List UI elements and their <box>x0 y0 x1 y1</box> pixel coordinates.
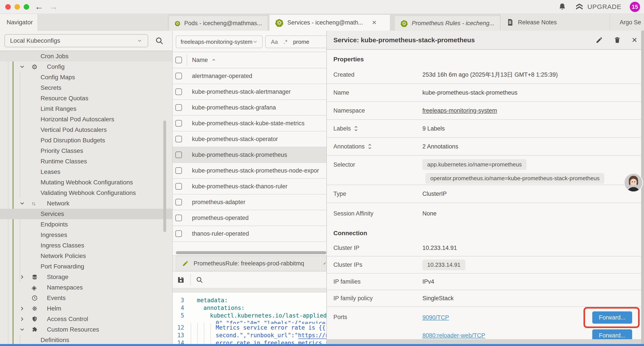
sidebar-item-runtime-classes[interactable]: Runtime Classes <box>0 156 172 167</box>
name-column-header[interactable]: Name <box>192 57 216 63</box>
close-icon[interactable]: ✕ <box>632 36 638 44</box>
save-icon[interactable] <box>177 276 185 284</box>
row-checkbox[interactable] <box>175 120 182 127</box>
sidebar-item-priority-classes[interactable]: Priority Classes <box>0 146 172 156</box>
notification-count-badge[interactable]: 15 <box>630 2 640 12</box>
row-checkbox[interactable] <box>175 73 182 79</box>
sidebar-item-network-policies[interactable]: Network Policies <box>0 251 172 261</box>
yaml-editor[interactable]: 3metadata: 4annotations: 5kubectl.kubern… <box>173 293 326 344</box>
dock-tab-partial[interactable] <box>321 256 326 271</box>
chevron-right-icon[interactable] <box>19 306 32 311</box>
row-checkbox[interactable] <box>175 215 182 221</box>
tab-prometheus-rules[interactable]: Prometheus Rules - icecheng... <box>394 16 500 31</box>
sidebar-item-events[interactable]: Events <box>0 293 172 303</box>
chevron-right-icon[interactable] <box>19 274 32 280</box>
dock-tab-prometheusrule[interactable]: PrometheusRule: freeleaps-prod-rabbitmq <box>176 256 319 271</box>
sidebar-item-helm[interactable]: Helm <box>0 303 172 314</box>
table-row[interactable]: kube-prometheus-stack-alertmanager <box>173 84 326 100</box>
table-row[interactable]: kube-prometheus-stack-operator <box>173 131 326 147</box>
table-row[interactable]: prometheus-adapter <box>173 194 326 210</box>
close-window-button[interactable] <box>5 4 11 10</box>
match-case-toggle[interactable]: Aa <box>271 38 278 45</box>
sidebar-item-port-forwarding[interactable]: Port Forwarding <box>0 261 172 272</box>
row-checkbox[interactable] <box>175 104 182 111</box>
back-button[interactable]: ← <box>35 2 44 11</box>
sidebar-item-limit-ranges[interactable]: Limit Ranges <box>0 104 172 114</box>
delete-icon[interactable] <box>614 36 621 44</box>
sidebar-scrollbar[interactable] <box>163 120 166 232</box>
sidebar-item-custom-resources[interactable]: Custom Resources <box>0 324 172 335</box>
sidebar-item-definitions[interactable]: Definitions <box>0 335 172 345</box>
chevron-right-icon[interactable] <box>19 316 32 322</box>
edit-icon[interactable] <box>596 36 603 44</box>
table-row[interactable]: alertmanager-operated <box>173 68 326 84</box>
horizontal-scrollbar[interactable] <box>176 251 326 254</box>
minimize-window-button[interactable] <box>14 4 20 10</box>
forward-button[interactable]: → <box>49 2 58 11</box>
sidebar-item-validating-webhook-configurations[interactable]: Validating Webhook Configurations <box>0 188 172 198</box>
table-row[interactable]: kube-prometheus-stack-kube-state-metrics <box>173 116 326 131</box>
table-row[interactable]: kube-prometheus-stack-prometheus-node-ex… <box>173 163 326 179</box>
sidebar-item-network[interactable]: ↑↓ Network <box>0 198 172 209</box>
row-checkbox[interactable] <box>175 136 182 142</box>
select-all-checkbox[interactable] <box>175 57 182 63</box>
namespace-link[interactable]: freeleaps-monitoring-system <box>422 107 497 114</box>
upgrade-button[interactable]: UPGRADE <box>575 2 622 11</box>
sidebar-item-access-control[interactable]: Access Control <box>0 314 172 324</box>
row-checkbox[interactable] <box>175 230 182 237</box>
sidebar-item-secrets[interactable]: Secrets <box>0 82 172 93</box>
table-row[interactable]: thanos-ruler-operated <box>173 226 326 242</box>
sidebar-item-cron-jobs[interactable]: Cron Jobs <box>0 51 172 61</box>
maximize-window-button[interactable] <box>24 4 29 10</box>
row-checkbox[interactable] <box>175 152 182 158</box>
kubeconfig-selector[interactable]: Local Kubeconfigs <box>4 34 148 47</box>
sidebar-item-endpoints[interactable]: Endpoints <box>0 219 172 230</box>
row-checkbox[interactable] <box>175 88 182 95</box>
row-checkbox[interactable] <box>175 199 182 205</box>
tab-services[interactable]: Services - icecheng@math... ✕ <box>269 14 390 31</box>
table-search-input[interactable]: Aa .* prome <box>265 35 326 48</box>
sidebar-item-services[interactable]: Services <box>0 209 172 219</box>
tab-label: Argo Se <box>620 19 641 26</box>
sidebar-item-mutating-webhook-configurations[interactable]: Mutating Webhook Configurations <box>0 177 172 188</box>
sidebar-item-vertical-pod-autoscalers[interactable]: Vertical Pod Autoscalers <box>0 125 172 135</box>
sidebar-item-ingresses[interactable]: Ingresses <box>0 230 172 240</box>
tab-close-icon[interactable]: ✕ <box>372 19 377 26</box>
table-row-selected[interactable]: kube-prometheus-stack-prometheus <box>173 147 326 163</box>
editor-search-icon[interactable] <box>196 276 204 284</box>
row-checkbox[interactable] <box>175 183 182 190</box>
row-checkbox[interactable] <box>175 167 182 174</box>
chevron-down-icon[interactable] <box>19 64 32 70</box>
table-row[interactable]: kube-prometheus-stack-grafana <box>173 100 326 116</box>
sidebar-item-config[interactable]: ⚙ Config <box>0 61 172 72</box>
sidebar-item-leases[interactable]: Leases <box>0 167 172 177</box>
tab-pods[interactable]: Pods - icecheng@mathmas... <box>169 16 268 31</box>
user-avatar[interactable] <box>624 173 643 192</box>
notifications-bell-icon[interactable] <box>558 3 566 11</box>
tab-release-notes[interactable]: Release Notes <box>500 14 610 31</box>
chevron-down-icon[interactable] <box>19 327 32 333</box>
expand-toggle-icon[interactable] <box>368 143 372 150</box>
table-row[interactable]: kube-prometheus-stack-thanos-ruler <box>173 179 326 194</box>
regex-toggle[interactable]: .* <box>284 38 287 45</box>
tab-argo[interactable]: Argo Se <box>610 14 644 31</box>
wrap-guide-line <box>210 324 211 344</box>
sidebar-item-resource-quotas[interactable]: Resource Quotas <box>0 93 172 104</box>
code-link[interactable]: https://net <box>298 332 326 339</box>
sidebar-item-storage[interactable]: Storage <box>0 272 172 282</box>
ports-row: Ports 9090/TCP Forward... 8080:reloader-… <box>327 307 644 342</box>
namespace-filter-dropdown[interactable]: freeleaps-monitoring-system <box>176 35 262 48</box>
sidebar-item-ingress-classes[interactable]: Ingress Classes <box>0 240 172 251</box>
sidebar-item-horizontal-pod-autoscalers[interactable]: Horizontal Pod Autoscalers <box>0 114 172 125</box>
navigator-panel-tab[interactable]: Navigator <box>0 14 38 31</box>
sidebar-item-pod-disruption-budgets[interactable]: Pod Disruption Budgets <box>0 135 172 146</box>
sidebar-item-config-maps[interactable]: Config Maps <box>0 72 172 82</box>
chevron-down-icon[interactable] <box>19 201 32 206</box>
port-link[interactable]: 9090/TCP <box>422 314 449 321</box>
expand-toggle-icon[interactable] <box>354 125 358 132</box>
detail-bottom-scrollbar[interactable] <box>327 339 644 344</box>
table-row[interactable]: prometheus-operated <box>173 210 326 226</box>
sidebar-item-namespaces[interactable]: ◈ Namespaces <box>0 282 172 293</box>
port-link[interactable]: 8080:reloader-web/TCP <box>422 332 485 339</box>
sidebar-search-icon[interactable] <box>155 36 164 45</box>
